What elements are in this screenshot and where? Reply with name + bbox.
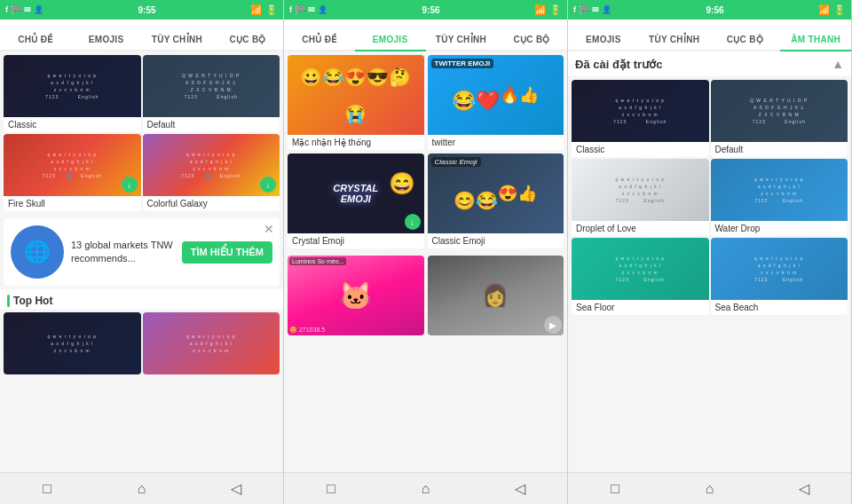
fb-icon-2: f bbox=[289, 5, 292, 14]
tab-tuychinnh-2[interactable]: TÙY CHỈNH bbox=[426, 35, 497, 50]
installed-header: Đã cài đặt trước ▲ bbox=[568, 51, 851, 76]
nav-square-1[interactable]: □ bbox=[34, 479, 60, 499]
person-icon-3: 👤 bbox=[602, 5, 611, 14]
tophot-item-2[interactable]: q w e r t y u i o pa s d f g h j k lz x … bbox=[143, 312, 280, 374]
tab-tuychinnh-3[interactable]: TÙY CHỈNH bbox=[639, 35, 710, 50]
photo-grid: 🐱 😊 271038.5 Luminos So méo... 👩 ▶ bbox=[284, 252, 567, 339]
keyboard-classic-label-1: Classic bbox=[4, 117, 141, 132]
panel-2-content: 😀😂😍 😎🤔😭 Mặc nhận Hệ thống TWITTER EMOJI … bbox=[284, 51, 567, 472]
nav-home-3[interactable]: ⌂ bbox=[696, 479, 722, 499]
nav-back-3[interactable]: ◁ bbox=[791, 479, 817, 499]
ad-close-button[interactable]: ✕ bbox=[264, 222, 274, 236]
panel-1-content: q w e r t y u i o pa s d f g h j k lz x … bbox=[0, 51, 283, 472]
keyboard-default-keys-1: Q W E R T Y U I O PA S D F G H J K LZ X … bbox=[178, 68, 243, 104]
nav-square-2[interactable]: □ bbox=[318, 479, 344, 499]
wifi-icon-3: 📶 bbox=[818, 4, 831, 16]
keyboard-classic-keys-1: q w e r t y u i o pa s d f g h j k lz x … bbox=[42, 68, 102, 104]
emoji-twitter[interactable]: TWITTER EMOJI 😂❤️ 🔥👍 twitter bbox=[428, 55, 564, 150]
time-1: 9:55 bbox=[138, 5, 155, 15]
emoji-classic[interactable]: Classic Emoji 😊😂 😍👍 Classic Emoji bbox=[428, 154, 564, 248]
tophot-grid: q w e r t y u i o pa s d f g h j k lz x … bbox=[0, 309, 283, 378]
download-badge-fireskull[interactable]: ↓ bbox=[122, 177, 138, 193]
photo-card-2[interactable]: 👩 ▶ bbox=[428, 256, 564, 335]
collapse-arrow-icon[interactable]: ▲ bbox=[832, 57, 844, 71]
keyboard-default-3[interactable]: Q W E R T Y U I O PA S D F G H J K LZ X … bbox=[711, 80, 848, 157]
nav-square-3[interactable]: □ bbox=[602, 479, 628, 499]
tab-chude-2[interactable]: CHỦ ĐỀ bbox=[284, 35, 355, 50]
person-icon-1: 👤 bbox=[34, 5, 43, 14]
battery-icon-2: 🔋 bbox=[549, 4, 562, 16]
battery-icon-1: 🔋 bbox=[265, 4, 278, 16]
download-badge-colorful[interactable]: ↓ bbox=[260, 177, 276, 193]
keyboard-classic-3[interactable]: q w e r t y u i o pa s d f g h j k lz x … bbox=[572, 80, 709, 157]
ad-banner-1: 🌐 13 global markets TNW recommends... TÌ… bbox=[4, 218, 280, 286]
ad-learn-more-button[interactable]: TÌM HIỂU THÊM bbox=[182, 241, 272, 264]
tab-emojis-3[interactable]: EMOJIS bbox=[568, 35, 639, 50]
keyboard-default-thumb-3: Q W E R T Y U I O PA S D F G H J K LZ X … bbox=[711, 80, 848, 142]
keyboard-default-1[interactable]: Q W E R T Y U I O PA S D F G H J K LZ X … bbox=[143, 55, 280, 132]
tab-cucbo-3[interactable]: CỤC BỘ bbox=[710, 35, 781, 50]
keyboard-colorful-label-1: Colorful Galaxy bbox=[143, 196, 280, 211]
download-badge-crystal[interactable]: ↓ bbox=[405, 214, 421, 230]
keyboard-fireskull-thumb-1: q w e r t y u i o pa s d f g h j k lz x … bbox=[4, 134, 141, 196]
keyboard-classic-thumb-1: q w e r t y u i o pa s d f g h j k lz x … bbox=[4, 55, 141, 117]
mail-icon-1: ✉ bbox=[24, 5, 31, 14]
keyboard-seafloor-label: Sea Floor bbox=[572, 300, 709, 315]
keyboard-waterdrop-label: Water Drop bbox=[711, 221, 848, 236]
wifi-icon-1: 📶 bbox=[250, 4, 263, 16]
emoji-system[interactable]: 😀😂😍 😎🤔😭 Mặc nhận Hệ thống bbox=[288, 55, 424, 150]
keyboard-fireskull-1[interactable]: q w e r t y u i o pa s d f g h j k lz x … bbox=[4, 134, 141, 211]
section-tophot-label: Top Hot bbox=[13, 295, 52, 307]
installed-grid: q w e r t y u i o pa s d f g h j k lz x … bbox=[568, 76, 851, 319]
keyboard-classic-1[interactable]: q w e r t y u i o pa s d f g h j k lz x … bbox=[4, 55, 141, 132]
time-3: 9:56 bbox=[706, 5, 723, 15]
tab-bar-2: CHỦ ĐỀ EMOJIS TÙY CHỈNH CỤC BỘ bbox=[284, 20, 567, 51]
keyboard-seabeach[interactable]: q w e r t y u i o pa s d f g h j k lz x … bbox=[711, 238, 848, 315]
nav-back-1[interactable]: ◁ bbox=[223, 479, 249, 499]
keyboard-default-label-3: Default bbox=[711, 142, 848, 157]
section-tophot: Top Hot bbox=[0, 289, 283, 309]
mail-icon-2: ✉ bbox=[308, 5, 315, 14]
tab-emojis-2[interactable]: EMOJIS bbox=[355, 35, 426, 51]
bottom-nav-2: □ ⌂ ◁ bbox=[284, 472, 567, 504]
keyboard-waterdrop[interactable]: q w e r t y u i o pa s d f g h j k lz x … bbox=[711, 159, 848, 236]
keyboard-seabeach-label: Sea Beach bbox=[711, 300, 848, 315]
nav-home-2[interactable]: ⌂ bbox=[412, 479, 438, 499]
photo-thumb-2: 👩 ▶ bbox=[428, 256, 564, 335]
emoji-crystal[interactable]: CRYSTAL EMOJI 😄 ↓ Crystal Emoji bbox=[288, 154, 424, 248]
fb-icon-3: f bbox=[573, 5, 576, 14]
tab-emojis-1[interactable]: EMOJIS bbox=[71, 35, 142, 50]
status-left-2: f 🏁 ✉ 👤 bbox=[289, 5, 327, 15]
tab-amthanh-3[interactable]: ÂM THANH bbox=[780, 35, 851, 51]
keyboard-default-thumb-1: Q W E R T Y U I O PA S D F G H J K LZ X … bbox=[143, 55, 280, 117]
tab-cucbo-2[interactable]: CỤC BỘ bbox=[496, 35, 567, 50]
photo-play-btn[interactable]: ▶ bbox=[544, 316, 562, 334]
nav-back-2[interactable]: ◁ bbox=[507, 479, 533, 499]
tab-bar-3: EMOJIS TÙY CHỈNH CỤC BỘ ÂM THANH bbox=[568, 20, 851, 51]
keyboard-fireskull-keys-1: q w e r t y u i o pa s d f g h j k lz x … bbox=[39, 147, 106, 183]
keyboard-droplet[interactable]: q w e r t y u i o pa s d f g h j k lz x … bbox=[572, 159, 709, 236]
tab-cucbo-1[interactable]: CỤC BỘ bbox=[212, 35, 283, 50]
mail-icon-3: ✉ bbox=[592, 5, 599, 14]
emoji-classic-label: Classic Emoji bbox=[428, 233, 564, 248]
status-right-1: 📶 🔋 bbox=[250, 4, 278, 16]
keyboard-waterdrop-keys: q w e r t y u i o pa s d f g h j k lz x … bbox=[751, 172, 808, 208]
status-left-3: f 🏁 ✉ 👤 bbox=[573, 5, 611, 15]
flag-icon-3: 🏁 bbox=[579, 5, 589, 15]
flag-icon-1: 🏁 bbox=[11, 5, 21, 15]
keyboard-colorful-1[interactable]: q w e r t y u i o pa s d f g h j k lz x … bbox=[143, 134, 280, 211]
tab-chude-1[interactable]: CHỦ ĐỀ bbox=[0, 35, 71, 50]
status-bar-1: f 🏁 ✉ 👤 9:55 📶 🔋 bbox=[0, 0, 283, 20]
nav-home-1[interactable]: ⌂ bbox=[128, 479, 154, 499]
keyboard-seabeach-thumb: q w e r t y u i o pa s d f g h j k lz x … bbox=[711, 238, 848, 300]
keyboard-seafloor[interactable]: q w e r t y u i o pa s d f g h j k lz x … bbox=[572, 238, 709, 315]
tophot-item-1[interactable]: q w e r t y u i o pa s d f g h j k lz x … bbox=[4, 312, 141, 374]
keyboard-colorful-keys-1: q w e r t y u i o pa s d f g h j k lz x … bbox=[178, 147, 244, 183]
tophot-thumb-2: q w e r t y u i o pa s d f g h j k lz x … bbox=[143, 312, 280, 374]
bottom-nav-1: □ ⌂ ◁ bbox=[0, 472, 283, 504]
keyboard-classic-label-3: Classic bbox=[572, 142, 709, 157]
wifi-icon-2: 📶 bbox=[534, 4, 547, 16]
ad-text-1: 13 global markets TNW recommends... bbox=[71, 239, 175, 266]
photo-card-1[interactable]: 🐱 😊 271038.5 Luminos So méo... bbox=[288, 256, 424, 335]
tab-tuychinnh-1[interactable]: TÙY CHỈNH bbox=[142, 35, 213, 50]
